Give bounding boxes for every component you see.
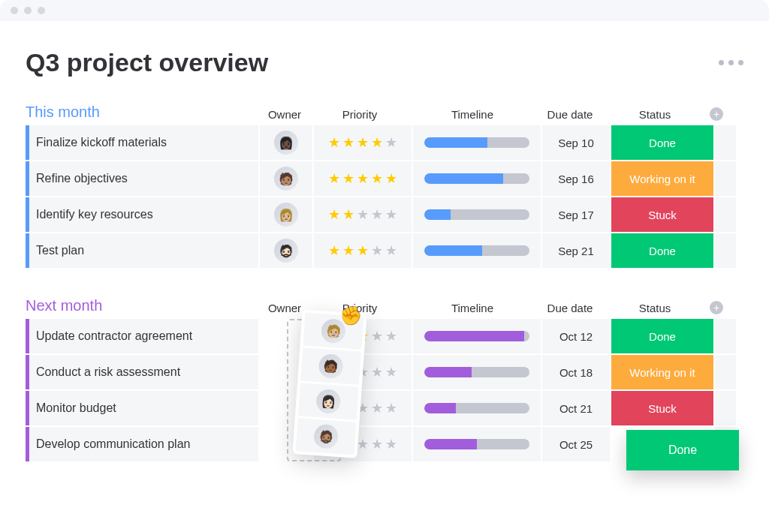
star-icon: ★ bbox=[385, 134, 397, 151]
timeline-cell[interactable] bbox=[413, 125, 541, 160]
progress-track bbox=[424, 439, 529, 449]
star-icon: ★ bbox=[357, 242, 369, 259]
more-menu-button[interactable] bbox=[719, 60, 743, 65]
trailing-cell bbox=[715, 319, 736, 353]
group-title[interactable]: This month bbox=[26, 104, 258, 125]
add-column-button[interactable]: + bbox=[706, 107, 727, 125]
status-cell[interactable]: Done bbox=[611, 319, 713, 353]
timeline-cell[interactable] bbox=[413, 197, 541, 232]
table-row[interactable]: Update contractor agreement★★★★★Oct 12Do… bbox=[26, 319, 743, 353]
column-header-timeline[interactable]: Timeline bbox=[409, 108, 536, 125]
status-cell[interactable]: Working on it bbox=[611, 161, 713, 196]
table-row[interactable]: Test plan🧔🏻★★★★★Sep 21Done bbox=[26, 233, 743, 268]
star-icon: ★ bbox=[371, 170, 383, 187]
star-icon: ★ bbox=[371, 364, 383, 380]
star-icon: ★ bbox=[342, 206, 354, 223]
table-row[interactable]: Finalize kickoff materials👩🏿★★★★★Sep 10D… bbox=[26, 125, 743, 160]
table-row[interactable]: Conduct a risk assessment★★★★★Oct 18Work… bbox=[26, 355, 743, 389]
star-icon: ★ bbox=[371, 436, 383, 452]
plus-icon: + bbox=[710, 301, 723, 314]
progress-fill bbox=[424, 367, 472, 377]
star-icon: ★ bbox=[328, 206, 340, 223]
table-row[interactable]: Refine objectives🧑🏽★★★★★Sep 16Working on… bbox=[26, 161, 743, 196]
status-badge: Working on it bbox=[611, 355, 713, 389]
page-title: Q3 project overview bbox=[26, 48, 268, 77]
status-badge: Done bbox=[611, 125, 713, 160]
status-cell[interactable]: Stuck bbox=[611, 391, 713, 425]
duedate-cell[interactable]: Sep 17 bbox=[542, 197, 610, 232]
duedate-cell[interactable]: Sep 21 bbox=[542, 233, 610, 268]
grab-cursor-icon: ✊ bbox=[339, 305, 363, 327]
task-name-cell[interactable]: Monitor budget bbox=[26, 391, 258, 425]
avatar: 👩🏼 bbox=[274, 203, 298, 227]
progress-fill bbox=[424, 137, 487, 148]
progress-track bbox=[424, 367, 529, 377]
task-name-cell[interactable]: Update contractor agreement bbox=[26, 319, 258, 353]
column-header-timeline[interactable]: Timeline bbox=[409, 302, 536, 319]
owner-cell[interactable]: 👩🏼 bbox=[260, 197, 312, 232]
timeline-cell[interactable] bbox=[413, 161, 541, 196]
duedate-cell[interactable]: Sep 10 bbox=[542, 125, 610, 160]
star-icon: ★ bbox=[357, 134, 369, 151]
status-cell[interactable]: Stuck bbox=[611, 197, 713, 232]
table-row[interactable]: Monitor budget★★★★★Oct 21Stuck bbox=[26, 391, 743, 425]
progress-track bbox=[424, 245, 529, 256]
group-title[interactable]: Next month bbox=[26, 297, 258, 319]
status-cell[interactable]: Done bbox=[611, 233, 713, 268]
avatar: 🧔🏻 bbox=[274, 239, 298, 263]
timeline-cell[interactable] bbox=[413, 427, 541, 461]
task-name-cell[interactable]: Identify key resources bbox=[26, 197, 258, 232]
avatar: 👩🏿 bbox=[274, 131, 298, 155]
duedate-cell[interactable]: Oct 25 bbox=[542, 427, 610, 461]
table-row[interactable]: Identify key resources👩🏼★★★★★Sep 17Stuck bbox=[26, 197, 743, 232]
status-cell[interactable]: Done bbox=[611, 125, 713, 160]
trailing-cell bbox=[715, 197, 736, 232]
timeline-cell[interactable] bbox=[413, 355, 541, 389]
task-name-cell[interactable]: Develop communication plan bbox=[26, 427, 258, 461]
priority-cell[interactable]: ★★★★★ bbox=[314, 233, 412, 268]
owner-cell[interactable]: 🧑🏽 bbox=[260, 161, 312, 196]
add-column-button[interactable]: + bbox=[706, 301, 727, 319]
owner-cell[interactable]: 🧔🏻 bbox=[260, 233, 312, 268]
priority-cell[interactable]: ★★★★★ bbox=[314, 197, 412, 232]
status-badge: Done bbox=[611, 233, 713, 268]
duedate-cell[interactable]: Sep 16 bbox=[542, 161, 610, 196]
timeline-cell[interactable] bbox=[413, 319, 541, 353]
star-icon: ★ bbox=[385, 400, 397, 416]
task-name-cell[interactable]: Refine objectives bbox=[26, 161, 258, 196]
column-header-status[interactable]: Status bbox=[604, 108, 706, 125]
priority-cell[interactable]: ★★★★★ bbox=[314, 125, 412, 160]
trailing-cell bbox=[715, 125, 736, 160]
task-name-cell[interactable]: Conduct a risk assessment bbox=[26, 355, 258, 389]
status-cell[interactable]: Working on it bbox=[611, 355, 713, 389]
timeline-cell[interactable] bbox=[413, 233, 541, 268]
duedate-cell[interactable]: Oct 21 bbox=[542, 391, 610, 425]
dragging-owner-column[interactable]: 🧑🏼🧑🏾👩🏻🧔🏽✊ bbox=[292, 309, 366, 458]
column-header-priority[interactable]: Priority bbox=[311, 108, 409, 125]
avatar: 🧑🏽 bbox=[274, 167, 298, 191]
progress-fill bbox=[424, 209, 451, 220]
star-icon: ★ bbox=[385, 206, 397, 223]
duedate-cell[interactable]: Oct 18 bbox=[542, 355, 610, 389]
window-dot bbox=[38, 7, 45, 14]
column-header-duedate[interactable]: Due date bbox=[536, 302, 604, 319]
task-name-cell[interactable]: Test plan bbox=[26, 233, 258, 268]
owner-cell[interactable]: 👩🏿 bbox=[260, 125, 312, 160]
star-icon: ★ bbox=[342, 242, 354, 259]
timeline-cell[interactable] bbox=[413, 391, 541, 425]
trailing-cell bbox=[715, 355, 736, 389]
progress-track bbox=[424, 137, 529, 148]
status-badge: Stuck bbox=[611, 391, 713, 425]
star-icon: ★ bbox=[385, 242, 397, 259]
floating-status-card[interactable]: Done bbox=[626, 430, 739, 470]
column-header-duedate[interactable]: Due date bbox=[536, 108, 604, 125]
avatar: 🧔🏽 bbox=[313, 424, 339, 449]
duedate-cell[interactable]: Oct 12 bbox=[542, 319, 610, 353]
column-header-status[interactable]: Status bbox=[604, 302, 706, 319]
star-icon: ★ bbox=[385, 170, 397, 187]
progress-track bbox=[424, 331, 529, 341]
task-name-cell[interactable]: Finalize kickoff materials bbox=[26, 125, 258, 160]
column-header-owner[interactable]: Owner bbox=[258, 108, 311, 125]
priority-cell[interactable]: ★★★★★ bbox=[314, 161, 412, 196]
window-dot bbox=[24, 7, 32, 14]
